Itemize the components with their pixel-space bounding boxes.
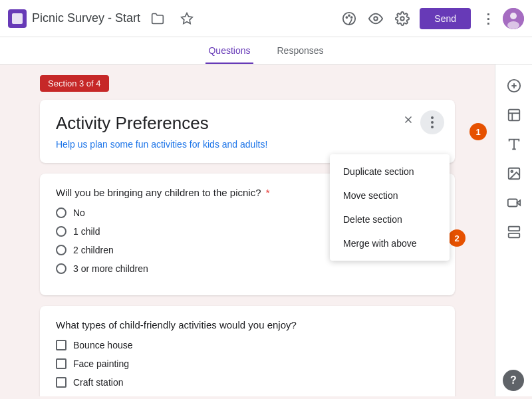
add-question-icon bbox=[507, 78, 521, 93]
move-section-item[interactable]: Move section bbox=[330, 184, 450, 207]
svg-point-9 bbox=[507, 21, 519, 29]
tab-questions[interactable]: Questions bbox=[205, 37, 253, 64]
tab-responses[interactable]: Responses bbox=[275, 37, 327, 64]
badge-2: 2 bbox=[448, 229, 466, 247]
send-button[interactable]: Send bbox=[420, 8, 471, 29]
svg-point-5 bbox=[374, 17, 378, 21]
radio-no[interactable] bbox=[56, 207, 66, 218]
add-section-button[interactable] bbox=[501, 219, 527, 245]
close-button[interactable] bbox=[399, 110, 418, 129]
activity-card: Activity Preferences Help us plan some f… bbox=[40, 100, 455, 163]
page-title: Picnic Survey - Start bbox=[32, 11, 140, 25]
import-icon bbox=[507, 108, 521, 122]
star-icon bbox=[180, 12, 194, 25]
svg-point-8 bbox=[510, 13, 517, 19]
section-dropdown-menu: Duplicate section Move section Delete se… bbox=[330, 154, 450, 261]
section-icon bbox=[507, 225, 521, 239]
checkbox-face[interactable] bbox=[56, 358, 66, 369]
form-content: Section 3 of 4 Activity Preferences Help… bbox=[0, 65, 495, 396]
radio-3more[interactable] bbox=[56, 263, 66, 274]
settings-button[interactable] bbox=[390, 7, 414, 31]
svg-point-3 bbox=[348, 15, 350, 16]
main-area: 1 2 Section 3 of 4 Activity Preferences … bbox=[0, 65, 532, 396]
svg-point-2 bbox=[346, 17, 348, 18]
duplicate-section-item[interactable]: Duplicate section bbox=[330, 160, 450, 184]
badge-1: 1 bbox=[469, 123, 487, 140]
svg-point-21 bbox=[511, 170, 513, 172]
eye-icon bbox=[368, 11, 383, 26]
section-menu-button[interactable] bbox=[420, 110, 444, 134]
app-icon-inner bbox=[12, 13, 23, 24]
radio-1child[interactable] bbox=[56, 226, 66, 237]
checkbox-bounce[interactable] bbox=[56, 340, 66, 350]
svg-rect-22 bbox=[507, 200, 517, 207]
avatar[interactable] bbox=[503, 8, 524, 29]
option-3more: 3 or more children bbox=[56, 263, 439, 274]
more-vertical-icon: ⋮ bbox=[481, 11, 495, 27]
import-questions-button[interactable] bbox=[501, 102, 527, 128]
question-2-text: What types of child-friendly activities … bbox=[56, 319, 439, 331]
required-star-1: * bbox=[263, 187, 270, 198]
right-sidebar bbox=[495, 65, 532, 396]
option-bounce-house: Bounce house bbox=[56, 340, 439, 350]
section-badge: Section 3 of 4 bbox=[40, 75, 109, 92]
checkbox-craft[interactable] bbox=[56, 377, 66, 388]
add-image-button[interactable] bbox=[501, 160, 527, 187]
help-button[interactable]: ? bbox=[503, 370, 524, 391]
palette-icon bbox=[342, 11, 356, 26]
header-left: Picnic Survey - Start bbox=[8, 7, 337, 31]
palette-button[interactable] bbox=[337, 7, 361, 31]
delete-section-item[interactable]: Delete section bbox=[330, 207, 450, 231]
app-header: Picnic Survey - Start Sen bbox=[0, 0, 532, 37]
more-dots-icon bbox=[431, 116, 434, 128]
close-icon bbox=[402, 114, 414, 126]
activity-card-subtitle: Help us plan some fun activities for kid… bbox=[56, 139, 439, 150]
svg-point-6 bbox=[401, 17, 405, 21]
svg-rect-15 bbox=[508, 110, 519, 121]
folder-icon bbox=[151, 12, 164, 25]
gear-icon bbox=[395, 11, 410, 26]
tabs-bar: Questions Responses bbox=[0, 37, 532, 65]
svg-rect-24 bbox=[508, 227, 519, 231]
add-question-button[interactable] bbox=[501, 72, 527, 99]
add-title-button[interactable] bbox=[501, 131, 527, 158]
app-icon bbox=[8, 9, 27, 28]
merge-above-item[interactable]: Merge with above bbox=[330, 231, 450, 255]
text-icon bbox=[507, 137, 521, 152]
add-video-button[interactable] bbox=[501, 190, 527, 216]
image-icon bbox=[507, 166, 521, 181]
option-face-painting: Face painting bbox=[56, 358, 439, 369]
activity-card-title: Activity Preferences bbox=[56, 113, 439, 134]
folder-button[interactable] bbox=[146, 7, 170, 31]
header-right: Send ⋮ bbox=[337, 7, 524, 31]
radio-2children[interactable] bbox=[56, 245, 66, 255]
option-craft-station: Craft station bbox=[56, 377, 439, 388]
svg-rect-25 bbox=[508, 233, 519, 237]
preview-button[interactable] bbox=[364, 7, 388, 31]
avatar-image bbox=[503, 8, 524, 29]
star-button[interactable] bbox=[175, 7, 199, 31]
svg-point-4 bbox=[351, 17, 352, 18]
more-button[interactable]: ⋮ bbox=[476, 7, 500, 31]
video-icon bbox=[507, 196, 521, 210]
svg-marker-0 bbox=[182, 13, 193, 23]
question-2-card: What types of child-friendly activities … bbox=[40, 306, 455, 396]
